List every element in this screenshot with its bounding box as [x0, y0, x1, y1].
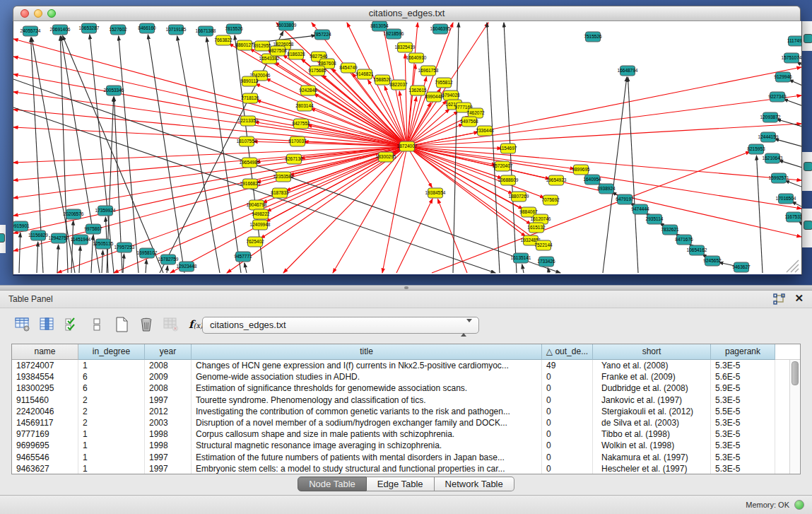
table-cell[interactable]: 5.3E-5: [711, 417, 775, 428]
table-cell[interactable]: Estimation of the future numbers of pati…: [192, 452, 542, 463]
table-row[interactable]: 1830029562008Estimation of significance …: [12, 382, 800, 394]
network-node[interactable]: 1588520: [373, 75, 392, 85]
network-node[interactable]: 8170037: [288, 136, 307, 146]
network-node[interactable]: 18300295: [376, 152, 396, 162]
network-node[interactable]: 16640910: [406, 53, 427, 63]
table-cell[interactable]: 18724007: [12, 360, 78, 371]
table-cell[interactable]: 0: [542, 452, 593, 463]
table-cell[interactable]: Yano et al. (2008): [593, 360, 711, 371]
table-cell[interactable]: 5.3E-5: [711, 440, 775, 451]
delete-rows-icon[interactable]: [136, 315, 156, 334]
table-cell[interactable]: 9465546: [12, 452, 78, 463]
network-node[interactable]: 9463627: [732, 262, 751, 272]
minimize-window-button[interactable]: [34, 9, 42, 18]
network-node[interactable]: 20206576: [64, 209, 84, 219]
network-node[interactable]: 15992571: [769, 173, 789, 183]
network-node[interactable]: 7522144: [534, 240, 553, 250]
network-node[interactable]: 18807269: [509, 192, 529, 201]
network-node[interactable]: 12409948: [250, 220, 271, 230]
network-node[interactable]: 8454749: [339, 63, 358, 73]
table-cell[interactable]: Stergiakouli et al. (2012): [593, 406, 711, 417]
network-node[interactable]: 12444159: [758, 132, 779, 142]
table-cell[interactable]: 1: [78, 463, 145, 474]
network-node[interactable]: 16648794: [618, 66, 638, 76]
network-node[interactable]: 9975867: [84, 224, 102, 234]
table-cell[interactable]: 1997: [145, 463, 192, 474]
new-file-icon[interactable]: [112, 315, 131, 334]
network-node[interactable]: 16135141: [511, 253, 531, 263]
table-cell[interactable]: 49: [542, 360, 593, 371]
table-cell[interactable]: 9777169: [12, 428, 78, 440]
table-row[interactable]: 977716911998Corpus callosum shape and si…: [12, 428, 800, 440]
table-cell[interactable]: Changes of HCN gene expression and I(f) …: [192, 360, 542, 371]
table-cell[interactable]: 18300295: [12, 382, 78, 394]
table-row[interactable]: 2242004622012Investigating the contribut…: [12, 406, 800, 417]
network-node[interactable]: 1615132: [527, 223, 546, 233]
table-cell[interactable]: de Silva et al. (2003): [593, 417, 711, 428]
network-node[interactable]: 2336448: [476, 126, 494, 136]
network-node[interactable]: 12093872: [760, 112, 781, 122]
network-node[interactable]: 9915901: [13, 221, 30, 231]
network-node[interactable]: 17359924: [95, 206, 116, 216]
table-cell[interactable]: 1: [78, 428, 145, 440]
table-cell[interactable]: 9463627: [12, 463, 78, 474]
network-node[interactable]: 2935114: [646, 214, 664, 224]
network-node[interactable]: 16961758: [418, 66, 439, 76]
table-cell[interactable]: Disruption of a novel member of a sodium…: [192, 417, 542, 428]
network-node[interactable]: 8990448: [425, 92, 443, 102]
network-node[interactable]: 6497568: [460, 117, 478, 127]
network-node[interactable]: 16671388: [196, 26, 216, 36]
table-cell[interactable]: 0: [542, 463, 593, 474]
network-node[interactable]: 16782759: [158, 255, 179, 264]
show-column-icon[interactable]: [37, 315, 57, 334]
table-cell[interactable]: 6: [78, 382, 145, 394]
network-node[interactable]: 9129946: [774, 72, 792, 82]
table-row[interactable]: 946554611997Estimation of the future num…: [12, 452, 800, 463]
table-cell[interactable]: 2009: [145, 371, 192, 382]
network-node[interactable]: 7625402: [246, 237, 264, 247]
network-node[interactable]: 10654162: [687, 245, 707, 255]
table-row[interactable]: 946362711997Embryonic stem cells: a mode…: [12, 463, 800, 474]
table-cell[interactable]: 0: [542, 440, 593, 451]
network-node[interactable]: 12353584: [273, 172, 294, 182]
table-row[interactable]: 1938455462009Genome-wide association stu…: [12, 371, 800, 382]
table-cell[interactable]: 1998: [145, 428, 192, 440]
column-header-pagerank[interactable]: pagerank: [711, 344, 775, 360]
network-node[interactable]: 18107554: [237, 136, 257, 146]
table-cell[interactable]: Embryonic stem cells: a model to study s…: [192, 463, 542, 474]
table-cell[interactable]: Genome-wide association studies in ADHD.: [192, 371, 542, 382]
network-node[interactable]: 11156829: [28, 230, 48, 240]
network-node[interactable]: 8187833: [271, 188, 289, 198]
table-cell[interactable]: 1997: [145, 452, 192, 463]
network-node[interactable]: 9890112: [241, 76, 259, 86]
network-node[interactable]: 24055724: [20, 26, 41, 36]
table-cell[interactable]: Tourette syndrome. Phenomenology and cla…: [192, 395, 542, 406]
network-node[interactable]: 8186328: [287, 49, 305, 59]
network-canvas[interactable]: 2405572420691406106532871527602846616010…: [13, 21, 802, 276]
table-cell[interactable]: 2008: [145, 382, 192, 394]
table-cell[interactable]: 5.5E-5: [711, 406, 775, 417]
table-cell[interactable]: Dudbridge et al. (2008): [593, 382, 711, 394]
canvas-resize-grip[interactable]: [787, 260, 799, 272]
network-node[interactable]: 1733426: [537, 257, 555, 267]
tab-node-table[interactable]: Node Table: [298, 477, 367, 491]
table-cell[interactable]: 1: [78, 360, 145, 371]
network-node[interactable]: 12505135: [93, 239, 114, 249]
close-panel-icon[interactable]: ✕: [794, 292, 804, 305]
network-node[interactable]: 8822037: [389, 80, 408, 90]
column-select-icon[interactable]: [62, 315, 82, 334]
network-node[interactable]: 12213359: [238, 116, 259, 126]
column-header-out-de-[interactable]: △ out_de...: [542, 344, 593, 360]
column-header-year[interactable]: year: [145, 344, 192, 360]
network-nodes[interactable]: 2405572420691406106532871527602846616010…: [13, 21, 801, 272]
table-cell[interactable]: 0: [542, 428, 593, 440]
network-node[interactable]: 19654985: [240, 158, 260, 168]
network-node[interactable]: 19046798: [247, 200, 267, 210]
table-cell[interactable]: 5.3E-5: [711, 428, 775, 440]
network-node[interactable]: 2803144: [295, 101, 314, 111]
network-node[interactable]: 7815526: [225, 24, 243, 34]
table-cell[interactable]: Hescheler et al. (1997): [593, 463, 711, 474]
table-cell[interactable]: 2003: [145, 417, 192, 428]
network-node[interactable]: 6794028: [442, 90, 460, 100]
panel-divider[interactable]: [0, 285, 812, 291]
